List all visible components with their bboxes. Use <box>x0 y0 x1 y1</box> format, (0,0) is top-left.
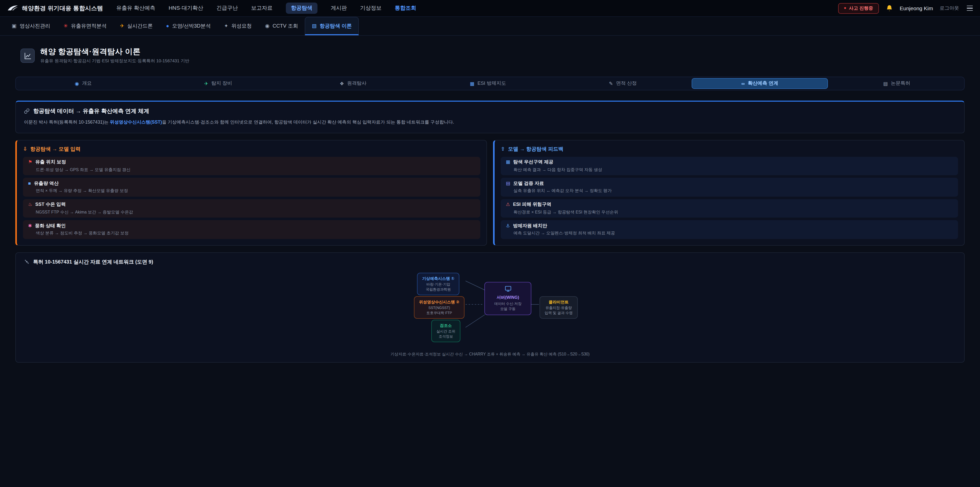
subnav: ▣ 영상사진관리 ✳ 유출유면적분석 ✈ 실시간드론 ● 오염/선박3D분석 ✦… <box>0 17 980 36</box>
esi-map-icon: ▦ <box>470 81 474 86</box>
page-header: 해양 항공탐색·원격탐사 이론 유출유 원격탐지·항공감시 기법·ESI 방제정… <box>21 47 965 64</box>
subtab-label: CCTV 조회 <box>272 22 298 30</box>
page-icon-box <box>21 48 35 63</box>
notification-bell-icon[interactable] <box>885 4 893 12</box>
ship-3d-icon: ● <box>166 24 169 29</box>
linkage-title: 항공탐색 데이터 → 유출유 확산예측 연계 체계 <box>33 107 149 115</box>
satellite-request-icon: ✦ <box>224 24 228 29</box>
subtab-cctv[interactable]: ◉ CCTV 조회 <box>258 17 304 35</box>
overview-eye-icon: ◉ <box>75 81 79 86</box>
ship-anchor-icon: ⚓ <box>506 224 510 228</box>
page-title: 해양 항공탐색·원격탐사 이론 <box>40 47 189 57</box>
incident-status-badge[interactable]: ● 사고 진행중 <box>838 3 879 14</box>
network-caption: 기상자료·수온자료·조석정보 실시간 수신 → CHARRY 조류 + 취송류 … <box>24 351 956 357</box>
feedback-item-desc: 확산경로 × ESI 등급 → 항공탐색 ESI 현장확인 우선순위 <box>506 209 953 215</box>
equipment-plane-icon: ✈ <box>204 81 208 86</box>
subtab-label: 오염/선박3D분석 <box>172 22 211 30</box>
tab-label: 원격탐사 <box>347 80 366 87</box>
feedback-item-priority-zone: ▦ 탐색 우선구역 제공 확산 예측 결과 → 다음 항차 집중구역 자동 생성 <box>501 156 958 175</box>
logout-button[interactable]: 로그아웃 <box>940 5 959 11</box>
topbar: 해양환경 위기대응 통합시스템 유출유 확산예측 HNS·대기확산 긴급구난 보… <box>0 0 980 17</box>
node-line: 조석정보 <box>439 335 453 338</box>
node-line: 토호쿠대학 FTP <box>426 311 452 315</box>
menu-item-aerial-search[interactable]: 항공탐색 <box>286 3 318 14</box>
subtab-label: 영상사진관리 <box>20 22 50 30</box>
incident-status-label: 사고 진행중 <box>849 5 873 11</box>
input-item-volume: ■ 유출량 역산 면적 × 두께 → 유량 추정 → 확산모델 유출량 보정 <box>23 178 480 196</box>
chart-bars-icon: ▤ <box>506 181 510 186</box>
wing-logo-icon <box>7 5 18 11</box>
subtab-oil-area-analysis[interactable]: ✳ 유출유면적분석 <box>57 17 113 35</box>
sst-system-link[interactable]: 위성영상수신시스템(SST) <box>110 120 162 125</box>
menu-item-integrated-search[interactable]: 통합조회 <box>395 5 416 12</box>
node-satellite-system: 위성영상수신시스템 ② SST(NGSST) 토호쿠대학 FTP <box>414 296 465 319</box>
input-item-title: 유출량 역산 <box>34 180 59 187</box>
oil-area-icon: ✳ <box>64 24 68 29</box>
node-title: 클라이언트 <box>545 299 573 305</box>
linkage-overview-card: 항공탐색 데이터 → 유출유 확산예측 연계 체계 이문진 박사 특허(등록특허… <box>15 101 965 133</box>
subtab-satellite-request[interactable]: ✦ 위성요청 <box>218 17 259 35</box>
menu-item-oil-spill-prediction[interactable]: 유출유 확산예측 <box>116 5 156 12</box>
input-item-desc: 드론·위성 영상 → GPS 좌표 → 모델 유출지점 갱신 <box>28 167 475 172</box>
node-weather-system: 기상예측시스템 ① 바람·기온·기압 국립환경과학원 <box>417 273 460 295</box>
node-line: 모델 구동 <box>500 307 515 311</box>
linkage-desc-after: 을 기상예측시스템·검조소와 함께 인터넷으로 연결하여, 항공탐색 데이터가 … <box>162 120 454 125</box>
main-menu: 유출유 확산예측 HNS·대기확산 긴급구난 보고자료 항공탐색 게시판 기상정… <box>116 3 416 14</box>
document-icon: ▤ <box>883 81 888 86</box>
node-line: 유출지점·유출량 <box>546 306 572 310</box>
linkage-title-row: 항공탐색 데이터 → 유출유 확산예측 연계 체계 <box>24 107 956 115</box>
tab-label: 개요 <box>82 80 92 87</box>
node-server-wing: 서버(WING) 데이터 수신·저장 모델 구동 <box>484 282 531 315</box>
hamburger-menu-icon[interactable] <box>966 4 974 12</box>
node-line: 국립환경과학원 <box>426 287 451 291</box>
node-line: 실시간 조위 <box>436 329 455 333</box>
menu-item-board[interactable]: 게시판 <box>331 5 347 12</box>
tab-remote-sensing[interactable]: ❖ 원격탐사 <box>286 77 421 90</box>
brand-home-link[interactable]: 해양환경 위기대응 통합시스템 <box>7 4 103 12</box>
node-tide-station: 검조소 실시간 조위 조석정보 <box>431 319 460 342</box>
node-title: 검조소 <box>436 323 455 329</box>
thermometer-icon: ♨ <box>28 202 32 207</box>
menu-item-reports[interactable]: 보고자료 <box>251 5 272 12</box>
cctv-icon: ◉ <box>265 24 269 29</box>
app-title: 해양환경 위기대응 통합시스템 <box>22 4 103 12</box>
input-item-title: 풍화 상태 확인 <box>35 222 65 229</box>
tab-detection-equipment[interactable]: ✈ 탐지 장비 <box>151 77 286 90</box>
chart-line-icon <box>24 52 32 59</box>
tab-esi-map[interactable]: ▦ ESI 방제지도 <box>421 77 555 90</box>
feedback-item-resource-deployment: ⚓ 방제자원 배치안 예측 도달시간 → 오일펜스·방제정 최적 배치 좌표 제… <box>501 220 958 239</box>
input-item-weathering: ✱ 풍화 상태 확인 색상 분류 → 점도비 추정 → 풍화모델 초기값 보정 <box>23 220 480 239</box>
palette-icon: ✱ <box>28 224 32 228</box>
node-line: SST(NGSST) <box>428 306 450 310</box>
subtab-realtime-drone[interactable]: ✈ 실시간드론 <box>113 17 159 35</box>
pencil-icon: ✎ <box>609 81 613 86</box>
page-subtitle: 유출유 원격탐지·항공감시 기법·ESI 방제정보지도·등록특허 10-1567… <box>40 58 189 64</box>
page-title-group: 해양 항공탐색·원격탐사 이론 유출유 원격탐지·항공감시 기법·ESI 방제정… <box>40 47 189 64</box>
tab-papers-patents[interactable]: ▤ 논문특허 <box>829 77 964 90</box>
menu-item-weather-info[interactable]: 기상정보 <box>360 5 382 12</box>
subtab-pollution-ship-3d[interactable]: ● 오염/선박3D분석 <box>159 17 217 35</box>
subtab-photo-management[interactable]: ▣ 영상사진관리 <box>5 17 57 35</box>
user-name[interactable]: Eunjeong Kim <box>900 5 933 11</box>
input-item-location: ⚑ 유출 위치 보정 드론·위성 영상 → GPS 좌표 → 모델 유출지점 갱… <box>23 156 480 175</box>
subtab-aerial-theory[interactable]: ▧ 항공탐색 이론 <box>305 17 359 35</box>
feedback-item-title: 탐색 우선구역 제공 <box>513 159 553 166</box>
tab-overview[interactable]: ◉ 개요 <box>16 77 151 90</box>
drone-icon: ✈ <box>120 24 124 29</box>
model-input-card-title: 항공탐색 → 모델 입력 <box>30 145 81 152</box>
menu-item-hns-air-diffusion[interactable]: HNS·대기확산 <box>169 5 203 12</box>
tab-diffusion-linkage[interactable]: ∞ 확산예측 연계 <box>692 78 828 89</box>
node-line: 입력 및 결과 수령 <box>545 311 573 315</box>
feedback-item-desc: 확산 예측 결과 → 다음 항차 집중구역 자동 생성 <box>506 167 953 172</box>
model-feedback-card-title-row: ⇧ 모델 → 항공탐색 피드백 <box>501 145 958 152</box>
model-input-card-title-row: ⇩ 항공탐색 → 모델 입력 <box>23 145 480 152</box>
incident-dot-icon: ● <box>844 6 846 10</box>
input-item-title: 유출 위치 보정 <box>35 159 66 166</box>
tab-area-calculation[interactable]: ✎ 면적 산정 <box>555 77 690 90</box>
app-root: 해양환경 위기대응 통합시스템 유출유 확산예측 HNS·대기확산 긴급구난 보… <box>0 0 980 487</box>
node-line: 바람·기온·기압 <box>426 283 450 286</box>
network-title-row: 특허 10-1567431 실시간 자료 연계 네트워크 (도면 9) <box>24 258 956 265</box>
menu-item-emergency-rescue[interactable]: 긴급구난 <box>216 5 238 12</box>
remote-sensing-icon: ❖ <box>340 81 344 86</box>
outbox-icon: ⇧ <box>501 146 505 152</box>
